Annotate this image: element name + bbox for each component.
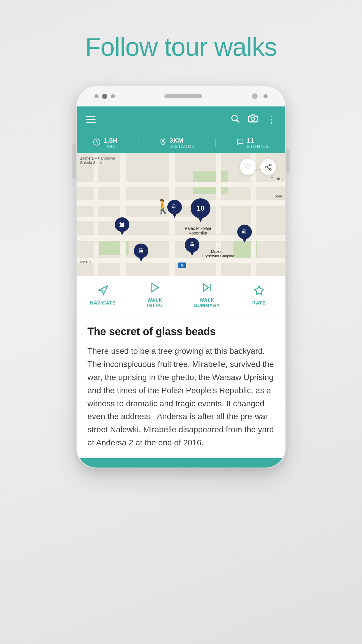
stats-bar: 1,5H TIME 3KM DISTANCE — [77, 133, 285, 153]
label-topiel: Topiel — [273, 194, 283, 198]
app-topbar: ⋮ — [77, 106, 285, 133]
tab-rate[interactable]: RATE — [233, 276, 285, 314]
tab-walk-intro-label: WALK INTRO — [147, 297, 163, 308]
map-pin-2[interactable]: 🏛 — [167, 200, 182, 218]
share-button[interactable] — [260, 159, 276, 175]
topbar-right-icons: ⋮ — [230, 114, 276, 125]
phone-dot-1 — [94, 94, 99, 98]
phone-camera-area — [252, 93, 268, 99]
tab-rate-label: RATE — [252, 300, 266, 306]
street-label-1: Zachęta – NarodowaGaleria Sztuki — [80, 156, 115, 165]
map-pin-cluster[interactable]: 10 — [191, 198, 210, 222]
tab-navigate[interactable]: NAVIGATE — [77, 276, 129, 314]
svg-point-2 — [252, 117, 255, 120]
time-value: 1,5H — [103, 137, 117, 144]
svg-line-1 — [237, 120, 239, 122]
phone-dot-3 — [111, 94, 115, 98]
stat-stories-text: 11 STORIES — [247, 137, 269, 149]
svg-marker-33 — [204, 284, 208, 291]
svg-point-28 — [269, 168, 271, 170]
phone-body: ⋮ 1,5H TIME — [76, 85, 286, 468]
svg-line-29 — [267, 167, 269, 169]
stat-distance-text: 3KM DISTANCE — [170, 137, 195, 149]
menu-line-2 — [86, 119, 96, 120]
page-title: Follow tour walks — [85, 32, 277, 62]
navigate-icon — [97, 285, 108, 298]
camera-icon[interactable] — [248, 114, 258, 125]
bottom-bar — [77, 458, 285, 468]
heart-icon: ♡ — [245, 162, 251, 172]
content-body: There used to be a tree growing at this … — [87, 345, 275, 449]
map-pin-1[interactable]: 🏛 — [115, 217, 129, 235]
heart-button[interactable]: ♡ — [240, 159, 256, 175]
map-pin-5[interactable]: 🏛 — [134, 244, 148, 262]
time-label: TIME — [103, 144, 117, 149]
walk-intro-icon — [150, 282, 161, 295]
walk-summary-icon — [201, 282, 212, 295]
map-pin-3[interactable]: 🏛 — [237, 225, 252, 243]
phone-side-button-left — [72, 144, 76, 178]
map-pin-4[interactable]: 🏛 — [185, 238, 199, 256]
rate-icon — [254, 285, 265, 298]
svg-point-0 — [232, 115, 237, 121]
more-options-icon[interactable]: ⋮ — [266, 115, 276, 125]
stat-stories: 11 STORIES — [236, 137, 269, 149]
menu-line-3 — [86, 122, 96, 123]
app-screen: ⋮ 1,5H TIME — [77, 106, 285, 468]
phone-dots — [94, 94, 115, 99]
phone-frame: ⋮ 1,5H TIME — [76, 85, 286, 468]
svg-marker-31 — [99, 286, 108, 295]
label-centrum: Centru — [270, 176, 283, 181]
svg-marker-35 — [254, 286, 264, 295]
search-icon[interactable] — [230, 114, 240, 125]
phone-side-button-right — [286, 149, 290, 173]
action-tabs: NAVIGATE WALK INTRO — [77, 276, 285, 314]
distance-value: 3KM — [170, 137, 195, 144]
phone-dot-4 — [263, 94, 268, 98]
svg-line-30 — [267, 165, 269, 167]
place-kopernnika: Pałac MikołajaKopernika — [185, 226, 211, 235]
svg-point-26 — [269, 164, 271, 166]
place-chopin: MuzeumFryderyka Chopina — [202, 249, 234, 258]
map-area[interactable]: M 🚶 Zachęta – NarodowaGaleria Sztuki rzy… — [77, 153, 285, 276]
phone-camera-dot — [252, 93, 258, 99]
menu-line-1 — [86, 116, 96, 117]
content-area: The secret of glass beads There used to … — [77, 314, 285, 458]
phone-top-bar — [77, 86, 285, 106]
stat-divider-1 — [138, 139, 138, 147]
content-title: The secret of glass beads — [87, 326, 275, 338]
share-icon — [265, 163, 272, 171]
svg-marker-32 — [152, 284, 158, 292]
tab-walk-summary[interactable]: WALK SUMMARY — [181, 276, 233, 314]
stat-time: 1,5H TIME — [93, 137, 117, 149]
phone-dot-2 — [102, 94, 107, 99]
stat-distance: 3KM DISTANCE — [159, 137, 195, 149]
stat-divider-2 — [215, 139, 216, 147]
stories-icon — [236, 138, 244, 148]
stories-value: 11 — [247, 137, 269, 144]
stories-label: STORIES — [247, 144, 269, 149]
svg-point-27 — [266, 166, 268, 168]
time-icon — [93, 138, 101, 148]
distance-icon — [159, 138, 167, 148]
tab-navigate-label: NAVIGATE — [90, 300, 116, 306]
street-label-rzyska: rzyska — [80, 260, 91, 264]
svg-point-4 — [162, 140, 164, 142]
distance-label: DISTANCE — [170, 144, 195, 149]
svg-rect-14 — [120, 153, 126, 276]
svg-text:M: M — [181, 264, 184, 268]
menu-button[interactable] — [86, 116, 96, 123]
stat-time-text: 1,5H TIME — [103, 137, 117, 149]
tab-walk-intro[interactable]: WALK INTRO — [129, 276, 181, 314]
tab-walk-summary-label: WALK SUMMARY — [194, 297, 220, 308]
phone-speaker — [164, 94, 202, 98]
svg-rect-18 — [94, 153, 98, 276]
